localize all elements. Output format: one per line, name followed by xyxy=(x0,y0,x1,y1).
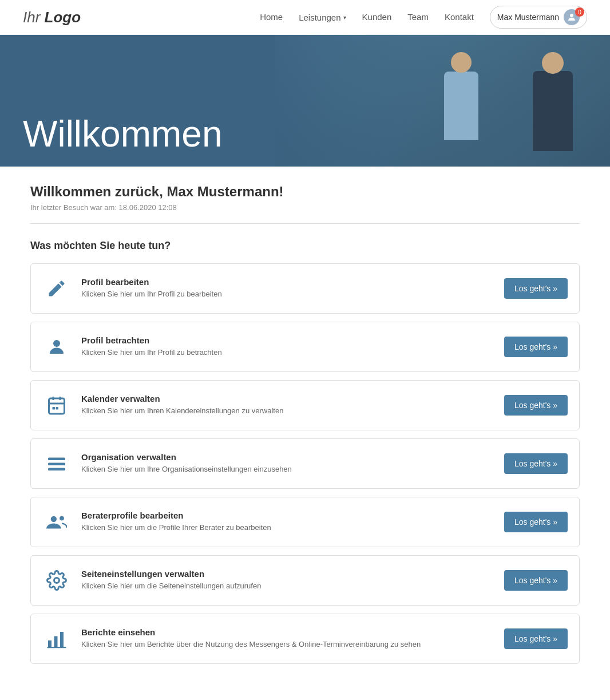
svg-rect-2 xyxy=(49,398,65,414)
action-button-beraterprofile-bearbeiten[interactable]: Los geht's » xyxy=(504,512,568,532)
settings-icon xyxy=(42,566,71,595)
user-menu[interactable]: Max Mustermann 0 xyxy=(490,6,587,29)
nav-link-home[interactable]: Home xyxy=(260,12,283,22)
org-icon xyxy=(42,449,71,478)
action-description-berichte-einsehen: Klicken Sie hier um Berichte über die Nu… xyxy=(81,639,494,650)
action-card-profil-bearbeiten: Profil bearbeiten Klicken Sie hier um Ih… xyxy=(30,263,580,314)
nav-item-leistungen[interactable]: Leistungen ▾ xyxy=(299,13,346,22)
svg-rect-7 xyxy=(56,407,59,410)
nav-item-kunden[interactable]: Kunden xyxy=(362,12,392,22)
svg-point-11 xyxy=(51,516,57,522)
action-title-berichte-einsehen: Berichte einsehen xyxy=(81,627,494,637)
hero-person-woman xyxy=(427,46,496,161)
action-button-kalender-verwalten[interactable]: Los geht's » xyxy=(504,395,568,416)
user-icon xyxy=(42,333,71,361)
svg-point-1 xyxy=(53,340,60,347)
action-title-organisation-verwalten: Organisation verwalten xyxy=(81,452,494,462)
action-text-organisation-verwalten: Organisation verwalten Klicken Sie hier … xyxy=(81,452,494,474)
action-description-seiteneinstellungen-verwalten: Klicken Sie hier um die Seiteneinstellun… xyxy=(81,581,494,591)
action-text-profil-bearbeiten: Profil bearbeiten Klicken Sie hier um Ih… xyxy=(81,277,494,299)
svg-rect-15 xyxy=(54,636,58,648)
action-button-organisation-verwalten[interactable]: Los geht's » xyxy=(504,453,568,474)
svg-rect-10 xyxy=(48,468,65,471)
logo-italic: Ihr xyxy=(23,9,40,26)
action-button-profil-betrachten[interactable]: Los geht's » xyxy=(504,337,568,357)
svg-rect-14 xyxy=(48,640,52,647)
action-card-kalender-verwalten: Kalender verwalten Klicken Sie hier um I… xyxy=(30,380,580,430)
user-button[interactable]: Max Mustermann 0 xyxy=(490,6,587,29)
action-text-profil-betrachten: Profil betrachten Klicken Sie hier um Ih… xyxy=(81,335,494,358)
action-card-organisation-verwalten: Organisation verwalten Klicken Sie hier … xyxy=(30,438,580,489)
action-button-seiteneinstellungen-verwalten[interactable]: Los geht's » xyxy=(504,570,568,591)
nav-item-home[interactable]: Home xyxy=(260,12,283,22)
woman-head xyxy=(451,52,472,73)
nav-link-kunden[interactable]: Kunden xyxy=(362,12,392,22)
action-text-berichte-einsehen: Berichte einsehen Klicken Sie hier um Be… xyxy=(81,627,494,650)
man-head xyxy=(542,52,564,74)
action-text-beraterprofile-bearbeiten: Beraterprofile bearbeiten Klicken Sie hi… xyxy=(81,511,494,533)
man-body xyxy=(533,71,573,151)
welcome-heading: Willkommen zurück, Max Mustermann! xyxy=(30,184,580,200)
action-title-profil-betrachten: Profil betrachten xyxy=(81,335,494,345)
nav-link-leistungen[interactable]: Leistungen ▾ xyxy=(299,13,346,22)
logo[interactable]: Ihr Logo xyxy=(23,9,81,26)
main-content: Willkommen zurück, Max Mustermann! Ihr l… xyxy=(7,167,603,681)
hero-person-man xyxy=(518,46,587,167)
team-icon xyxy=(42,508,71,536)
chart-icon xyxy=(42,624,71,653)
hero-section: Willkommen xyxy=(0,35,610,167)
nav-item-kontakt[interactable]: Kontakt xyxy=(445,12,474,22)
action-title-kalender-verwalten: Kalender verwalten xyxy=(81,394,494,404)
actions-section-title: Was möchten Sie heute tun? xyxy=(30,240,580,252)
svg-rect-8 xyxy=(48,458,65,461)
action-text-seiteneinstellungen-verwalten: Seiteneinstellungen verwalten Klicken Si… xyxy=(81,569,494,591)
chevron-down-icon: ▾ xyxy=(343,14,346,21)
welcome-section: Willkommen zurück, Max Mustermann! Ihr l… xyxy=(30,184,580,212)
calendar-icon xyxy=(42,391,71,420)
woman-body xyxy=(444,72,478,140)
action-card-berichte-einsehen: Berichte einsehen Klicken Sie hier um Be… xyxy=(30,614,580,664)
action-description-beraterprofile-bearbeiten: Klicken Sie hier um die Profile Ihrer Be… xyxy=(81,523,494,533)
action-description-kalender-verwalten: Klicken Sie hier um Ihren Kalendereinste… xyxy=(81,406,494,416)
nav-menu: Home Leistungen ▾ Kunden Team Kontakt Ma… xyxy=(260,6,587,29)
logo-bold: Logo xyxy=(45,9,81,26)
user-name: Max Mustermann xyxy=(497,13,559,22)
action-description-profil-betrachten: Klicken Sie hier um Ihr Profil zu betrac… xyxy=(81,347,494,358)
action-card-seiteneinstellungen-verwalten: Seiteneinstellungen verwalten Klicken Si… xyxy=(30,555,580,606)
nav-link-team[interactable]: Team xyxy=(407,12,429,22)
action-button-berichte-einsehen[interactable]: Los geht's » xyxy=(504,628,568,649)
action-title-seiteneinstellungen-verwalten: Seiteneinstellungen verwalten xyxy=(81,569,494,579)
svg-point-12 xyxy=(60,516,64,521)
action-text-kalender-verwalten: Kalender verwalten Klicken Sie hier um I… xyxy=(81,394,494,416)
action-title-profil-bearbeiten: Profil bearbeiten xyxy=(81,277,494,287)
navbar: Ihr Logo Home Leistungen ▾ Kunden Team K… xyxy=(0,0,610,35)
divider xyxy=(30,223,580,224)
last-visit: Ihr letzter Besuch war am: 18.06.2020 12… xyxy=(30,203,580,212)
action-cards-list: Profil bearbeiten Klicken Sie hier um Ih… xyxy=(30,263,580,664)
svg-rect-16 xyxy=(60,632,64,647)
nav-item-team[interactable]: Team xyxy=(407,12,429,22)
svg-point-0 xyxy=(570,14,573,17)
svg-rect-9 xyxy=(48,463,65,466)
svg-rect-6 xyxy=(53,407,56,410)
action-description-organisation-verwalten: Klicken Sie hier um Ihre Organisationsei… xyxy=(81,464,494,474)
hero-title: Willkommen xyxy=(0,113,245,167)
notification-badge: 0 xyxy=(575,7,584,17)
action-title-beraterprofile-bearbeiten: Beraterprofile bearbeiten xyxy=(81,511,494,520)
action-button-profil-bearbeiten[interactable]: Los geht's » xyxy=(504,278,568,299)
nav-link-kontakt[interactable]: Kontakt xyxy=(445,12,474,22)
action-description-profil-bearbeiten: Klicken Sie hier um Ihr Profil zu bearbe… xyxy=(81,289,494,299)
action-card-beraterprofile-bearbeiten: Beraterprofile bearbeiten Klicken Sie hi… xyxy=(30,497,580,547)
action-card-profil-betrachten: Profil betrachten Klicken Sie hier um Ih… xyxy=(30,322,580,372)
edit-icon xyxy=(42,274,71,303)
svg-point-13 xyxy=(54,578,60,583)
